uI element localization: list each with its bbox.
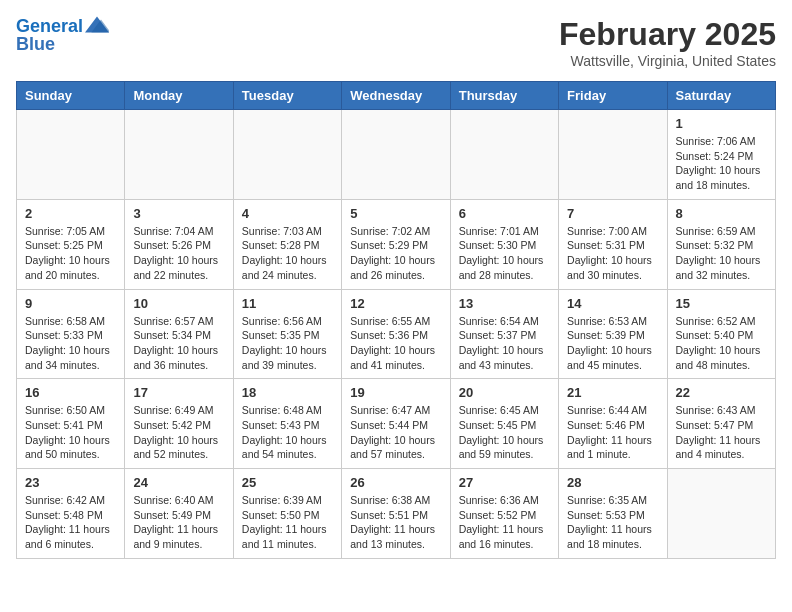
calendar-cell: 23Sunrise: 6:42 AMSunset: 5:48 PMDayligh… xyxy=(17,469,125,559)
calendar-cell: 26Sunrise: 6:38 AMSunset: 5:51 PMDayligh… xyxy=(342,469,450,559)
calendar-cell: 27Sunrise: 6:36 AMSunset: 5:52 PMDayligh… xyxy=(450,469,558,559)
day-info: Sunrise: 6:44 AMSunset: 5:46 PMDaylight:… xyxy=(567,403,658,462)
month-title: February 2025 xyxy=(559,16,776,53)
calendar-cell xyxy=(450,110,558,200)
day-number: 10 xyxy=(133,296,224,311)
calendar-cell: 3Sunrise: 7:04 AMSunset: 5:26 PMDaylight… xyxy=(125,199,233,289)
calendar-cell: 22Sunrise: 6:43 AMSunset: 5:47 PMDayligh… xyxy=(667,379,775,469)
day-info: Sunrise: 6:42 AMSunset: 5:48 PMDaylight:… xyxy=(25,493,116,552)
day-number: 23 xyxy=(25,475,116,490)
day-info: Sunrise: 6:52 AMSunset: 5:40 PMDaylight:… xyxy=(676,314,767,373)
weekday-header-thursday: Thursday xyxy=(450,82,558,110)
calendar-cell xyxy=(667,469,775,559)
calendar-cell: 25Sunrise: 6:39 AMSunset: 5:50 PMDayligh… xyxy=(233,469,341,559)
calendar-cell: 12Sunrise: 6:55 AMSunset: 5:36 PMDayligh… xyxy=(342,289,450,379)
calendar-header-row: SundayMondayTuesdayWednesdayThursdayFrid… xyxy=(17,82,776,110)
day-number: 18 xyxy=(242,385,333,400)
page-header: General Blue February 2025 Wattsville, V… xyxy=(16,16,776,69)
day-number: 13 xyxy=(459,296,550,311)
day-info: Sunrise: 6:56 AMSunset: 5:35 PMDaylight:… xyxy=(242,314,333,373)
calendar-week-row: 2Sunrise: 7:05 AMSunset: 5:25 PMDaylight… xyxy=(17,199,776,289)
day-number: 7 xyxy=(567,206,658,221)
calendar-cell: 19Sunrise: 6:47 AMSunset: 5:44 PMDayligh… xyxy=(342,379,450,469)
day-number: 2 xyxy=(25,206,116,221)
day-info: Sunrise: 6:40 AMSunset: 5:49 PMDaylight:… xyxy=(133,493,224,552)
calendar-week-row: 9Sunrise: 6:58 AMSunset: 5:33 PMDaylight… xyxy=(17,289,776,379)
calendar-cell: 2Sunrise: 7:05 AMSunset: 5:25 PMDaylight… xyxy=(17,199,125,289)
day-number: 17 xyxy=(133,385,224,400)
day-info: Sunrise: 6:50 AMSunset: 5:41 PMDaylight:… xyxy=(25,403,116,462)
calendar-cell: 5Sunrise: 7:02 AMSunset: 5:29 PMDaylight… xyxy=(342,199,450,289)
day-info: Sunrise: 7:05 AMSunset: 5:25 PMDaylight:… xyxy=(25,224,116,283)
calendar-table: SundayMondayTuesdayWednesdayThursdayFrid… xyxy=(16,81,776,559)
calendar-cell: 1Sunrise: 7:06 AMSunset: 5:24 PMDaylight… xyxy=(667,110,775,200)
calendar-cell: 4Sunrise: 7:03 AMSunset: 5:28 PMDaylight… xyxy=(233,199,341,289)
day-info: Sunrise: 7:06 AMSunset: 5:24 PMDaylight:… xyxy=(676,134,767,193)
day-number: 21 xyxy=(567,385,658,400)
weekday-header-wednesday: Wednesday xyxy=(342,82,450,110)
day-number: 25 xyxy=(242,475,333,490)
calendar-cell: 21Sunrise: 6:44 AMSunset: 5:46 PMDayligh… xyxy=(559,379,667,469)
calendar-week-row: 23Sunrise: 6:42 AMSunset: 5:48 PMDayligh… xyxy=(17,469,776,559)
day-number: 15 xyxy=(676,296,767,311)
calendar-cell xyxy=(125,110,233,200)
day-info: Sunrise: 6:39 AMSunset: 5:50 PMDaylight:… xyxy=(242,493,333,552)
day-info: Sunrise: 6:48 AMSunset: 5:43 PMDaylight:… xyxy=(242,403,333,462)
day-info: Sunrise: 7:02 AMSunset: 5:29 PMDaylight:… xyxy=(350,224,441,283)
calendar-cell: 16Sunrise: 6:50 AMSunset: 5:41 PMDayligh… xyxy=(17,379,125,469)
calendar-cell: 15Sunrise: 6:52 AMSunset: 5:40 PMDayligh… xyxy=(667,289,775,379)
day-info: Sunrise: 6:55 AMSunset: 5:36 PMDaylight:… xyxy=(350,314,441,373)
day-info: Sunrise: 6:36 AMSunset: 5:52 PMDaylight:… xyxy=(459,493,550,552)
day-number: 28 xyxy=(567,475,658,490)
day-number: 6 xyxy=(459,206,550,221)
day-number: 11 xyxy=(242,296,333,311)
day-number: 22 xyxy=(676,385,767,400)
calendar-cell xyxy=(233,110,341,200)
calendar-cell: 11Sunrise: 6:56 AMSunset: 5:35 PMDayligh… xyxy=(233,289,341,379)
calendar-cell: 17Sunrise: 6:49 AMSunset: 5:42 PMDayligh… xyxy=(125,379,233,469)
day-info: Sunrise: 6:59 AMSunset: 5:32 PMDaylight:… xyxy=(676,224,767,283)
day-info: Sunrise: 6:47 AMSunset: 5:44 PMDaylight:… xyxy=(350,403,441,462)
calendar-cell: 13Sunrise: 6:54 AMSunset: 5:37 PMDayligh… xyxy=(450,289,558,379)
day-number: 5 xyxy=(350,206,441,221)
calendar-cell: 8Sunrise: 6:59 AMSunset: 5:32 PMDaylight… xyxy=(667,199,775,289)
calendar-cell: 7Sunrise: 7:00 AMSunset: 5:31 PMDaylight… xyxy=(559,199,667,289)
calendar-cell xyxy=(17,110,125,200)
weekday-header-tuesday: Tuesday xyxy=(233,82,341,110)
day-info: Sunrise: 6:49 AMSunset: 5:42 PMDaylight:… xyxy=(133,403,224,462)
logo-icon xyxy=(85,16,109,36)
day-info: Sunrise: 6:43 AMSunset: 5:47 PMDaylight:… xyxy=(676,403,767,462)
location-subtitle: Wattsville, Virginia, United States xyxy=(559,53,776,69)
day-number: 8 xyxy=(676,206,767,221)
day-number: 14 xyxy=(567,296,658,311)
logo: General Blue xyxy=(16,16,109,55)
day-number: 9 xyxy=(25,296,116,311)
weekday-header-monday: Monday xyxy=(125,82,233,110)
day-number: 3 xyxy=(133,206,224,221)
day-info: Sunrise: 7:04 AMSunset: 5:26 PMDaylight:… xyxy=(133,224,224,283)
day-number: 19 xyxy=(350,385,441,400)
calendar-cell: 20Sunrise: 6:45 AMSunset: 5:45 PMDayligh… xyxy=(450,379,558,469)
day-number: 4 xyxy=(242,206,333,221)
weekday-header-sunday: Sunday xyxy=(17,82,125,110)
title-area: February 2025 Wattsville, Virginia, Unit… xyxy=(559,16,776,69)
day-number: 16 xyxy=(25,385,116,400)
day-info: Sunrise: 7:01 AMSunset: 5:30 PMDaylight:… xyxy=(459,224,550,283)
calendar-cell: 9Sunrise: 6:58 AMSunset: 5:33 PMDaylight… xyxy=(17,289,125,379)
day-info: Sunrise: 6:38 AMSunset: 5:51 PMDaylight:… xyxy=(350,493,441,552)
day-info: Sunrise: 6:53 AMSunset: 5:39 PMDaylight:… xyxy=(567,314,658,373)
day-number: 26 xyxy=(350,475,441,490)
calendar-cell: 14Sunrise: 6:53 AMSunset: 5:39 PMDayligh… xyxy=(559,289,667,379)
calendar-week-row: 1Sunrise: 7:06 AMSunset: 5:24 PMDaylight… xyxy=(17,110,776,200)
calendar-cell: 6Sunrise: 7:01 AMSunset: 5:30 PMDaylight… xyxy=(450,199,558,289)
weekday-header-saturday: Saturday xyxy=(667,82,775,110)
calendar-cell: 28Sunrise: 6:35 AMSunset: 5:53 PMDayligh… xyxy=(559,469,667,559)
day-number: 12 xyxy=(350,296,441,311)
day-info: Sunrise: 6:45 AMSunset: 5:45 PMDaylight:… xyxy=(459,403,550,462)
day-info: Sunrise: 6:58 AMSunset: 5:33 PMDaylight:… xyxy=(25,314,116,373)
day-info: Sunrise: 7:03 AMSunset: 5:28 PMDaylight:… xyxy=(242,224,333,283)
calendar-cell xyxy=(559,110,667,200)
calendar-week-row: 16Sunrise: 6:50 AMSunset: 5:41 PMDayligh… xyxy=(17,379,776,469)
calendar-cell: 10Sunrise: 6:57 AMSunset: 5:34 PMDayligh… xyxy=(125,289,233,379)
day-info: Sunrise: 6:57 AMSunset: 5:34 PMDaylight:… xyxy=(133,314,224,373)
